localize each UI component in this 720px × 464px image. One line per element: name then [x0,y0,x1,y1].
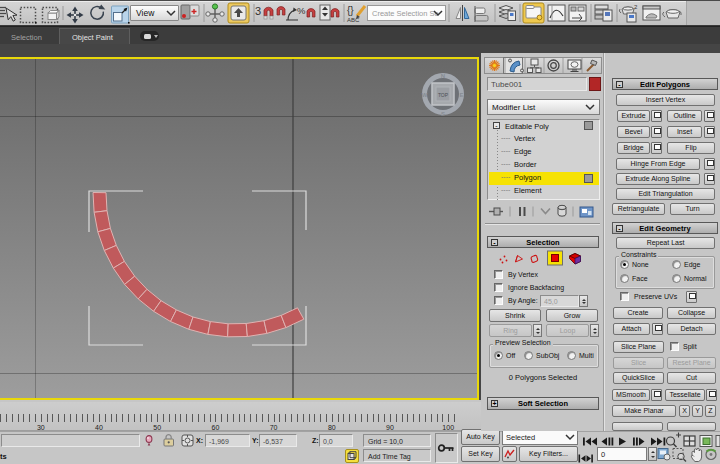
svg-text:TOP: TOP [438,92,449,98]
svg-text:3: 3 [255,5,261,17]
svg-text:{}: {} [347,5,354,16]
svg-text:%: % [297,5,306,16]
svg-text:2: 2 [634,4,638,10]
svg-text:E: E [459,92,463,98]
svg-text:W: W [422,92,428,98]
svg-text:S: S [441,111,445,117]
svg-text:N: N [441,73,445,79]
